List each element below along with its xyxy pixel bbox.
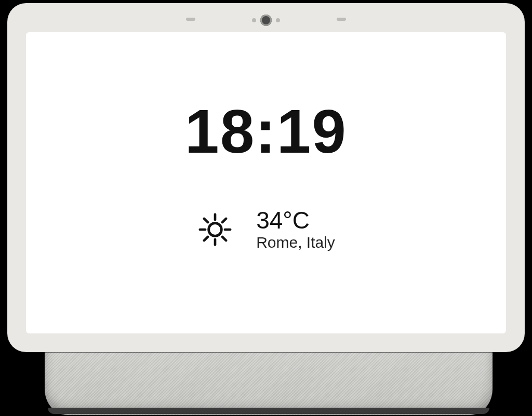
svg-point-0 (209, 223, 222, 236)
camera-cluster (252, 15, 280, 26)
sensor-left-icon (186, 18, 195, 21)
weather-temperature: 34°C (256, 208, 335, 233)
weather-panel: 34°C Rome, Italy (197, 208, 335, 251)
screen[interactable]: 18:19 34°C (26, 32, 506, 333)
svg-line-7 (204, 237, 208, 240)
sun-icon (197, 211, 233, 248)
smart-display-device: 18:19 34°C (7, 3, 525, 352)
mic-dot-icon (276, 18, 280, 22)
svg-line-5 (204, 219, 208, 222)
sensor-right-icon (337, 18, 346, 21)
camera-lens-icon (260, 15, 272, 26)
mic-dot-icon (252, 18, 256, 22)
svg-line-6 (222, 237, 226, 240)
device-bezel (7, 3, 525, 33)
weather-location: Rome, Italy (256, 234, 335, 251)
clock-time: 18:19 (185, 101, 347, 162)
svg-line-8 (222, 219, 226, 222)
